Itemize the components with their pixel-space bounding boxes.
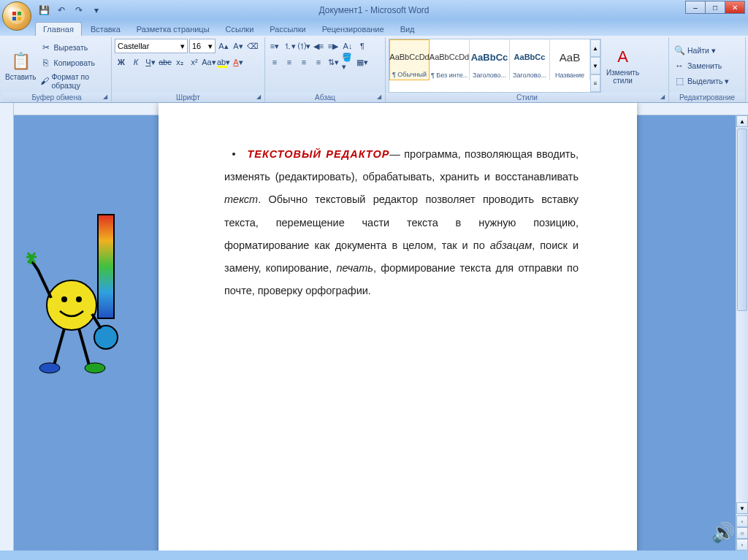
align-center-button[interactable]: ≡ — [283, 55, 296, 69]
gallery-down-button[interactable]: ▼ — [590, 57, 600, 74]
svg-rect-3 — [12, 17, 16, 20]
paste-icon: 📋 — [10, 51, 31, 72]
close-button[interactable]: ✕ — [725, 1, 745, 14]
tab-mailings[interactable]: Рассылки — [262, 23, 313, 36]
style-heading2[interactable]: AaBbCcЗаголово... — [510, 39, 550, 80]
decrease-indent-button[interactable]: ◀≡ — [312, 39, 325, 53]
select-button[interactable]: ⬚Выделить ▾ — [672, 74, 742, 88]
copy-button[interactable]: ⎘Копировать — [39, 56, 108, 69]
copy-label: Копировать — [54, 58, 96, 67]
multilevel-button[interactable]: ⑴▾ — [297, 39, 310, 53]
ribbon-tabs: Главная Вставка Разметка страницы Ссылки… — [0, 20, 748, 36]
scroll-up-button[interactable]: ▲ — [736, 115, 748, 127]
align-left-button[interactable]: ≡ — [268, 55, 281, 69]
tab-insert[interactable]: Вставка — [83, 23, 128, 36]
shrink-font-button[interactable]: A▾ — [232, 39, 245, 53]
office-assistant[interactable] — [16, 212, 140, 394]
tab-page-layout[interactable]: Разметка страницы — [129, 23, 217, 36]
find-button[interactable]: 🔍Найти ▾ — [672, 44, 742, 57]
redo-icon[interactable]: ↷ — [72, 3, 86, 18]
styles-dialog-launcher[interactable]: ◢ — [658, 92, 667, 101]
gallery-more-button[interactable]: ≡ — [590, 74, 600, 92]
prev-page-button[interactable]: ◦ — [736, 515, 748, 527]
justify-button[interactable]: ≡ — [312, 55, 325, 69]
format-painter-button[interactable]: 🖌Формат по образцу — [39, 72, 108, 91]
show-marks-button[interactable]: ¶ — [356, 39, 369, 53]
change-styles-button[interactable]: A Изменить стили — [603, 39, 642, 93]
font-color-button[interactable]: A▾ — [232, 55, 245, 69]
increase-indent-button[interactable]: ≡▶ — [327, 39, 340, 53]
replace-button[interactable]: ↔Заменить — [672, 59, 742, 72]
underline-button[interactable]: Ч▾ — [144, 55, 157, 69]
paste-label: Вставить — [5, 73, 36, 81]
svg-rect-4 — [18, 17, 21, 20]
office-button[interactable] — [2, 1, 31, 31]
scroll-down-button[interactable]: ▼ — [736, 502, 748, 514]
highlight-button[interactable]: ab▾ — [217, 55, 230, 69]
clipboard-dialog-launcher[interactable]: ◢ — [101, 92, 110, 101]
italic-button[interactable]: К — [129, 55, 142, 69]
align-right-button[interactable]: ≡ — [297, 55, 310, 69]
tab-review[interactable]: Рецензирование — [315, 23, 392, 36]
tab-home[interactable]: Главная — [35, 22, 82, 36]
line-spacing-button[interactable]: ⇅▾ — [327, 55, 340, 69]
clear-format-button[interactable]: ⌫ — [246, 39, 259, 53]
group-editing: 🔍Найти ▾ ↔Заменить ⬚Выделить ▾ Редактиро… — [669, 37, 746, 102]
style-preview: AaB — [560, 42, 580, 72]
bold-button[interactable]: Ж — [115, 55, 128, 69]
group-font: Castellar▾ 16▾ A▴ A▾ ⌫ Ж К Ч▾ abc x₂ x² … — [112, 37, 265, 102]
svg-point-11 — [85, 363, 105, 373]
gallery-up-button[interactable]: ▲ — [590, 39, 600, 57]
cut-button[interactable]: ✂Вырезать — [39, 41, 108, 54]
grow-font-button[interactable]: A▴ — [217, 39, 230, 53]
bullets-button[interactable]: ≡▾ — [268, 39, 281, 53]
svg-rect-5 — [98, 215, 114, 318]
font-name-combo[interactable]: Castellar▾ — [115, 39, 188, 53]
style-preview: AaBbCcDd — [430, 42, 469, 72]
paragraph-dialog-launcher[interactable]: ◢ — [375, 92, 383, 101]
style-preview: AaBbCc — [514, 42, 546, 72]
superscript-button[interactable]: x² — [188, 55, 201, 69]
save-icon[interactable]: 💾 — [37, 3, 51, 18]
format-painter-label: Формат по образцу — [51, 72, 107, 90]
scroll-thumb[interactable] — [737, 129, 747, 311]
vertical-ruler[interactable] — [0, 103, 14, 551]
font-dialog-launcher[interactable]: ◢ — [254, 92, 263, 101]
style-normal[interactable]: AaBbCcDd¶ Обычный — [389, 39, 430, 80]
style-title[interactable]: AaBНазвание — [550, 39, 590, 80]
style-heading1[interactable]: AaBbCcЗаголово... — [470, 39, 510, 80]
title-bar: 💾 ↶ ↷ ▾ Документ1 - Microsoft Word – □ ✕ — [0, 0, 748, 20]
shading-button[interactable]: 🪣▾ — [341, 55, 354, 69]
undo-icon[interactable]: ↶ — [54, 3, 69, 18]
sort-button[interactable]: A↓ — [341, 39, 354, 53]
svg-point-8 — [61, 296, 67, 302]
paste-button[interactable]: 📋 Вставить — [5, 39, 37, 93]
find-label: Найти — [687, 46, 709, 55]
change-case-button[interactable]: Aa▾ — [202, 55, 215, 69]
paragraph-text[interactable]: • ТЕКСТОВЫЙ РЕДАКТОР— программа, позволя… — [224, 143, 579, 302]
select-label: Выделить — [687, 77, 722, 85]
term-title: ТЕКСТОВЫЙ РЕДАКТОР — [247, 148, 389, 160]
tab-view[interactable]: Вид — [393, 23, 422, 36]
subscript-button[interactable]: x₂ — [173, 55, 186, 69]
emphasis-text: печать — [336, 262, 373, 274]
browse-object-button[interactable]: ○ — [736, 527, 748, 539]
vertical-scrollbar[interactable]: ▲ ▼ ◦ ○ ◦ — [736, 115, 748, 551]
style-name-label: Заголово... — [513, 72, 546, 79]
numbering-button[interactable]: ⒈▾ — [283, 39, 296, 53]
ribbon: 📋 Вставить ✂Вырезать ⎘Копировать 🖌Формат… — [0, 36, 748, 103]
style-name-label: Название — [555, 72, 584, 79]
tab-references[interactable]: Ссылки — [218, 23, 262, 36]
gallery-scroll: ▲ ▼ ≡ — [590, 39, 600, 92]
style-no-spacing[interactable]: AaBbCcDd¶ Без инте... — [430, 39, 470, 80]
sound-icon[interactable]: 🔊 — [711, 521, 735, 544]
qat-more-icon[interactable]: ▾ — [89, 3, 104, 18]
strike-button[interactable]: abc — [159, 55, 172, 69]
maximize-button[interactable]: □ — [705, 1, 725, 14]
minimize-button[interactable]: – — [685, 1, 706, 14]
document-page[interactable]: • ТЕКСТОВЫЙ РЕДАКТОР— программа, позволя… — [159, 103, 637, 551]
next-page-button[interactable]: ◦ — [736, 539, 748, 551]
svg-point-7 — [47, 280, 96, 330]
font-size-combo[interactable]: 16▾ — [189, 39, 215, 53]
borders-button[interactable]: ▦▾ — [356, 55, 369, 69]
